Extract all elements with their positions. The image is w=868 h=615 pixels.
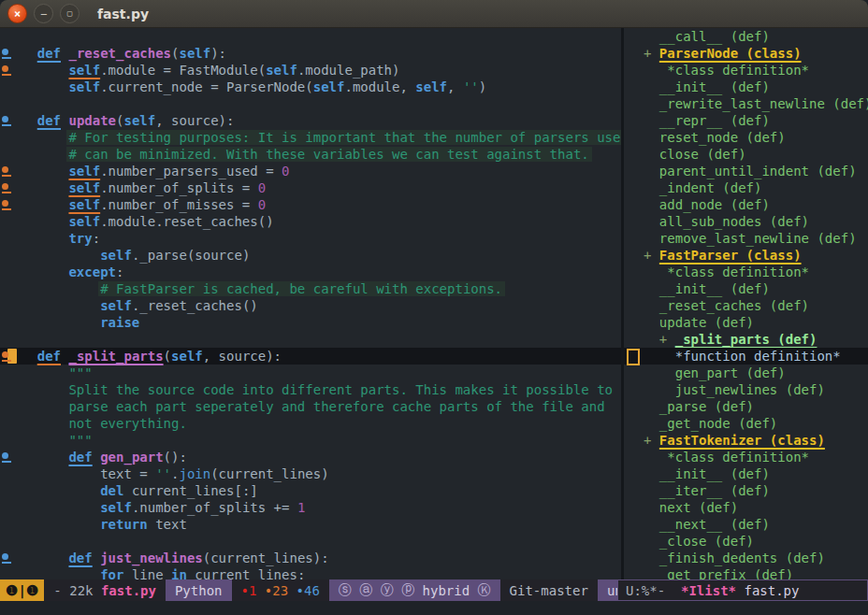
- code-line-2[interactable]: def _reset_caches(self):: [0, 45, 621, 62]
- code-editor[interactable]: def _reset_caches(self): self.module = F…: [0, 28, 621, 579]
- code-line-16[interactable]: # FastParser is cached, be careful with …: [0, 280, 621, 297]
- outline-item-29[interactable]: next (def): [624, 499, 868, 516]
- outline-item-16[interactable]: __init__ (def): [624, 280, 868, 297]
- token-tx: [6, 567, 100, 579]
- code-line-10[interactable]: self.number_of_splits = 0: [0, 179, 621, 196]
- outline-item-31[interactable]: _close (def): [624, 533, 868, 550]
- outline-item-22[interactable]: just_newlines (def): [624, 381, 868, 398]
- token-pf: [644, 96, 659, 111]
- code-line-5[interactable]: [0, 95, 621, 112]
- outline-item-30[interactable]: __next__ (def): [624, 516, 868, 533]
- code-line-8[interactable]: # can be minimized. With these variables…: [0, 146, 621, 163]
- token-lite: Python: [175, 583, 223, 598]
- outline-item-10[interactable]: _indent (def): [624, 179, 868, 196]
- window-title: fast.py: [97, 7, 149, 21]
- modeline-segment-window-number[interactable]: ❶|❶: [0, 579, 44, 601]
- outline-item-11[interactable]: add_node (def): [624, 196, 868, 213]
- code-line-28[interactable]: del current_lines[:]: [0, 482, 621, 499]
- outline-item-33[interactable]: _get_prefix (def): [624, 566, 868, 579]
- code-line-1[interactable]: [0, 28, 621, 45]
- outline-item-4[interactable]: __init__ (def): [624, 79, 868, 95]
- code-line-3[interactable]: self.module = FastModule(self.module_pat…: [0, 62, 621, 79]
- token-fblu: •46: [297, 583, 320, 598]
- code-line-31[interactable]: [0, 533, 621, 550]
- outline-item-15[interactable]: *class definition*: [624, 264, 868, 280]
- outline-item-9[interactable]: parent_until_indent (def): [624, 163, 868, 179]
- token-pf: [644, 551, 659, 565]
- code-line-22[interactable]: Split the source code into different par…: [0, 381, 621, 398]
- code-line-20[interactable]: def _split_parts(self, source):: [0, 348, 621, 365]
- outline-item-25[interactable]: + FastTokenizer (class): [624, 432, 868, 449]
- outline-item-28[interactable]: __iter__ (def): [624, 482, 868, 499]
- code-line-14[interactable]: self._parse(source): [0, 247, 621, 264]
- code-line-30[interactable]: return text: [0, 516, 621, 533]
- modeline-segment-buffer-info[interactable]: - 22k fast.py: [44, 579, 166, 601]
- code-line-19[interactable]: [0, 331, 621, 348]
- token-pf: +: [644, 46, 659, 61]
- fringe-marker-blue: [2, 49, 8, 55]
- outline-item-3[interactable]: *class definition*: [624, 62, 868, 79]
- code-line-21[interactable]: """: [0, 365, 621, 381]
- outline-item-17[interactable]: _reset_caches (def): [624, 297, 868, 314]
- token-def: __repr__ (def): [659, 113, 770, 128]
- modeline-segment-minor-modes[interactable]: ⓢ ⓐ ⓨ ⓟ hybrid Ⓚ: [329, 579, 500, 601]
- outline-item-12[interactable]: all_sub_nodes (def): [624, 213, 868, 230]
- outline-item-26[interactable]: *class definition*: [624, 449, 868, 465]
- outline-item-6[interactable]: __repr__ (def): [624, 112, 868, 129]
- code-line-13[interactable]: try:: [0, 230, 621, 247]
- code-line-24[interactable]: not everything.: [0, 415, 621, 432]
- code-line-26[interactable]: def gen_part():: [0, 449, 621, 465]
- outline-item-13[interactable]: remove_last_newline (def): [624, 230, 868, 247]
- code-line-11[interactable]: self.number_of_misses = 0: [0, 196, 621, 213]
- close-button[interactable]: ×: [7, 4, 27, 23]
- maximize-button[interactable]: ▢: [60, 4, 80, 23]
- code-line-23[interactable]: parse each part seperately and therefore…: [0, 398, 621, 415]
- outline-item-32[interactable]: _finish_dedents (def): [624, 550, 868, 566]
- code-line-4[interactable]: self.current_node = ParserNode(self.modu…: [0, 79, 621, 95]
- code-line-33[interactable]: for line in current_lines:: [0, 566, 621, 579]
- outline-item-23[interactable]: _parse (def): [624, 398, 868, 415]
- modeline-segment-major-mode[interactable]: Python: [166, 579, 232, 601]
- code-line-7[interactable]: # For testing purposes: It is important …: [0, 129, 621, 146]
- code-line-15[interactable]: except:: [0, 264, 621, 280]
- outline-item-2[interactable]: + ParserNode (class): [624, 45, 868, 62]
- outline-item-20[interactable]: *function definition*: [624, 348, 868, 365]
- modeline-segment-encoding[interactable]: unix | 2: [598, 579, 617, 601]
- code-line-6[interactable]: def update(self, source):: [0, 112, 621, 129]
- outline-item-18[interactable]: update (def): [624, 314, 868, 331]
- token-tx: [6, 281, 100, 296]
- token-dim: [288, 583, 296, 598]
- token-tx: :: [93, 231, 100, 246]
- outline-item-5[interactable]: _rewrite_last_newline (def): [624, 95, 868, 112]
- outline-item-8[interactable]: close (def): [624, 146, 868, 163]
- token-def: close (def): [659, 147, 746, 162]
- imenu-outline-panel[interactable]: __call__ (def)+ ParserNode (class) *clas…: [624, 28, 868, 579]
- code-line-9[interactable]: self.number_parsers_used = 0: [0, 163, 621, 179]
- token-kwW: self: [68, 63, 100, 78]
- code-line-25[interactable]: """: [0, 432, 621, 449]
- code-line-32[interactable]: def just_newlines(current_lines):: [0, 550, 621, 566]
- token-circ: Ⓚ: [470, 582, 490, 599]
- code-line-17[interactable]: self._reset_caches(): [0, 297, 621, 314]
- token-forg: •23: [265, 583, 288, 598]
- minimize-button[interactable]: −: [34, 4, 53, 23]
- token-def: __init__ (def): [659, 466, 770, 481]
- modeline-segment-flycheck[interactable]: •1 •23 •46: [232, 579, 329, 601]
- code-line-27[interactable]: text = ''.join(current_lines): [0, 465, 621, 482]
- token-pf: [644, 365, 675, 380]
- token-st: '': [155, 466, 171, 481]
- token-tx: .current_node = ParserNode(: [100, 79, 313, 94]
- token-nm: 1: [297, 500, 305, 515]
- code-line-12[interactable]: self.module.reset_caches(): [0, 213, 621, 230]
- code-line-29[interactable]: self.number_of_splits += 1: [0, 499, 621, 516]
- modeline-segment-version-control[interactable]: Git-master: [500, 579, 598, 601]
- outline-item-7[interactable]: reset_node (def): [624, 129, 868, 146]
- outline-item-27[interactable]: __init__ (def): [624, 465, 868, 482]
- outline-item-14[interactable]: + FastParser (class): [624, 247, 868, 264]
- code-line-18[interactable]: raise: [0, 314, 621, 331]
- outline-item-19[interactable]: + _split_parts (def): [624, 331, 868, 348]
- outline-item-24[interactable]: _get_node (def): [624, 415, 868, 432]
- outline-item-1[interactable]: __call__ (def): [624, 28, 868, 45]
- outline-item-21[interactable]: gen_part (def): [624, 365, 868, 381]
- window-titlebar[interactable]: × − ▢ fast.py: [0, 0, 868, 28]
